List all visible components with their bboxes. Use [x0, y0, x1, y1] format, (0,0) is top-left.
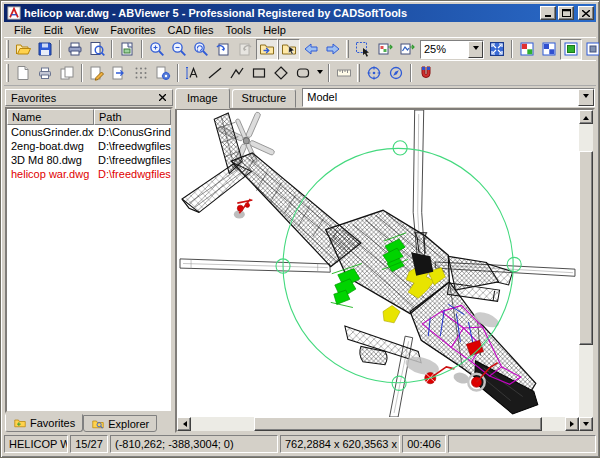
view-mode-2-button[interactable]	[538, 39, 560, 60]
center-snap-button[interactable]	[363, 63, 385, 84]
status-coordinates: (-810,262; -388,3004; 0)	[110, 435, 278, 453]
undo-icon	[215, 41, 231, 57]
menu-edit[interactable]: Edit	[38, 23, 69, 37]
menu-view[interactable]: View	[69, 23, 105, 37]
menu-help[interactable]: Help	[257, 23, 292, 37]
page-gear-icon	[155, 65, 171, 81]
page-settings-button[interactable]	[152, 63, 174, 84]
text-tool-icon	[185, 65, 201, 81]
maximize-button[interactable]	[558, 6, 574, 20]
list-item-current[interactable]: helicop war.dwg D:\freedwgfiles...	[7, 167, 171, 181]
view-mode-3-button[interactable]	[560, 39, 582, 60]
line-tool-button[interactable]	[204, 63, 226, 84]
copy-image-button[interactable]	[116, 39, 138, 60]
zoom-in-button[interactable]	[146, 39, 168, 60]
zoom-previous-button[interactable]	[190, 39, 212, 60]
column-header-name[interactable]: Name	[7, 109, 94, 125]
scroll-down-button[interactable]	[579, 417, 593, 431]
shapes-dropdown[interactable]	[314, 63, 325, 84]
view-mode-4-button[interactable]	[582, 39, 600, 60]
menu-cad-files[interactable]: CAD files	[162, 23, 220, 37]
zoom-combo-value[interactable]: 25%	[421, 41, 468, 58]
fit-to-window-button[interactable]	[486, 39, 508, 60]
save-button[interactable]	[34, 39, 56, 60]
status-progress: 15/27	[70, 435, 108, 453]
measure-button[interactable]	[333, 63, 355, 84]
layout-combo-value[interactable]: Model	[303, 89, 578, 106]
polygon-tool-button[interactable]	[270, 63, 292, 84]
zoom-out-button[interactable]	[168, 39, 190, 60]
forward-button[interactable]	[322, 39, 344, 60]
back-icon	[303, 41, 319, 57]
grid-button[interactable]	[130, 63, 152, 84]
close-button[interactable]	[578, 6, 594, 20]
minimize-button[interactable]	[540, 6, 556, 20]
view-mode-3-icon	[563, 41, 579, 57]
favorites-folder-icon	[13, 417, 27, 429]
drawing-canvas[interactable]	[177, 110, 579, 417]
toolbar-grip[interactable]	[357, 64, 360, 82]
view-mode-4-icon	[585, 41, 600, 57]
copy-bmp-button[interactable]	[374, 39, 396, 60]
scroll-right-button[interactable]	[565, 417, 579, 431]
list-item[interactable]: ConusGrinder.dxf D:\ConusGrind...	[7, 125, 171, 139]
menu-favorites[interactable]: Favorites	[104, 23, 161, 37]
arrow-right-icon	[570, 421, 577, 427]
copy-emf-button[interactable]	[396, 39, 418, 60]
back-button[interactable]	[300, 39, 322, 60]
menu-file[interactable]: File	[8, 23, 38, 37]
status-extra	[448, 435, 596, 453]
pages-button[interactable]	[56, 63, 78, 84]
new-button[interactable]	[12, 63, 34, 84]
edit-button[interactable]	[86, 63, 108, 84]
horizontal-scroll-thumb[interactable]	[254, 417, 542, 431]
print-preview-icon	[89, 41, 105, 57]
tab-image[interactable]: Image	[175, 88, 230, 109]
list-item[interactable]: 2eng-boat.dwg D:\freedwgfiles...	[7, 139, 171, 153]
orientation-button[interactable]	[385, 63, 407, 84]
rectangle-tool-button[interactable]	[248, 63, 270, 84]
layout-combo-dropdown[interactable]	[578, 89, 594, 106]
tab-explorer[interactable]: Explorer	[83, 415, 157, 432]
menu-bar: File Edit View Favorites CAD files Tools…	[4, 22, 596, 37]
print-button[interactable]	[64, 39, 86, 60]
print-preview-button[interactable]	[86, 39, 108, 60]
toolbar-grip[interactable]	[6, 64, 9, 82]
open-button[interactable]	[12, 39, 34, 60]
print-small-button[interactable]	[34, 63, 56, 84]
tab-favorites[interactable]: Favorites	[5, 414, 83, 432]
horizontal-scrollbar[interactable]	[177, 417, 579, 431]
toolbar-grip[interactable]	[346, 40, 349, 58]
zoom-window-button[interactable]	[352, 39, 374, 60]
title-bar[interactable]: helicop war.dwg - ABViewer 5 - Professio…	[4, 4, 596, 22]
vertical-scrollbar[interactable]	[579, 110, 593, 431]
zoom-combo[interactable]: 25%	[420, 40, 484, 59]
redo-icon	[237, 41, 253, 57]
scroll-up-button[interactable]	[579, 110, 593, 124]
panel-toggle-a-button[interactable]	[256, 39, 278, 60]
column-header-path[interactable]: Path	[94, 109, 171, 125]
undo-button[interactable]	[212, 39, 234, 60]
text-tool-button[interactable]	[182, 63, 204, 84]
list-item[interactable]: 3D Md 80.dwg D:\freedwgfiles...	[7, 153, 171, 167]
view-mode-1-button[interactable]	[516, 39, 538, 60]
vertical-scroll-thumb[interactable]	[579, 151, 593, 345]
zoom-combo-dropdown[interactable]	[468, 41, 483, 58]
close-panel-button[interactable]	[155, 91, 169, 104]
menu-tools[interactable]: Tools	[219, 23, 257, 37]
export-page-button[interactable]	[108, 63, 130, 84]
rounded-rect-tool-button[interactable]	[292, 63, 314, 84]
edit-pencil-icon	[89, 65, 105, 81]
snap-magnet-button[interactable]	[415, 63, 437, 84]
panel-toggle-b-button[interactable]	[278, 39, 300, 60]
scroll-left-button[interactable]	[177, 417, 191, 431]
separator	[177, 64, 179, 82]
toolbar-grip[interactable]	[6, 40, 9, 58]
tab-structure[interactable]: Structure	[232, 89, 297, 108]
polyline-tool-button[interactable]	[226, 63, 248, 84]
separator	[410, 64, 412, 82]
status-bar: HELICOP WAR 15/27 (-810,262; -388,3004; …	[4, 435, 596, 453]
file-path: D:\freedwgfiles...	[94, 167, 171, 181]
layout-combo[interactable]: Model	[302, 88, 595, 107]
redo-button[interactable]	[234, 39, 256, 60]
